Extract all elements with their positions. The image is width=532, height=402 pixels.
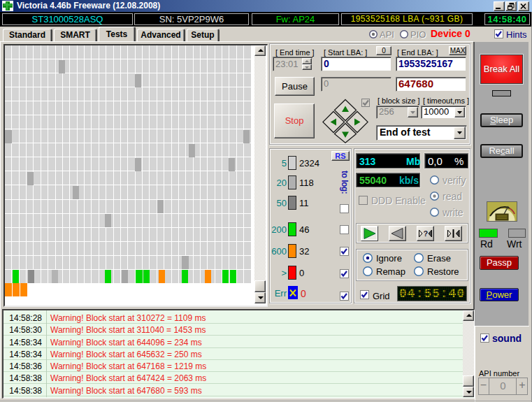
svg-text:?: ? — [424, 229, 429, 238]
